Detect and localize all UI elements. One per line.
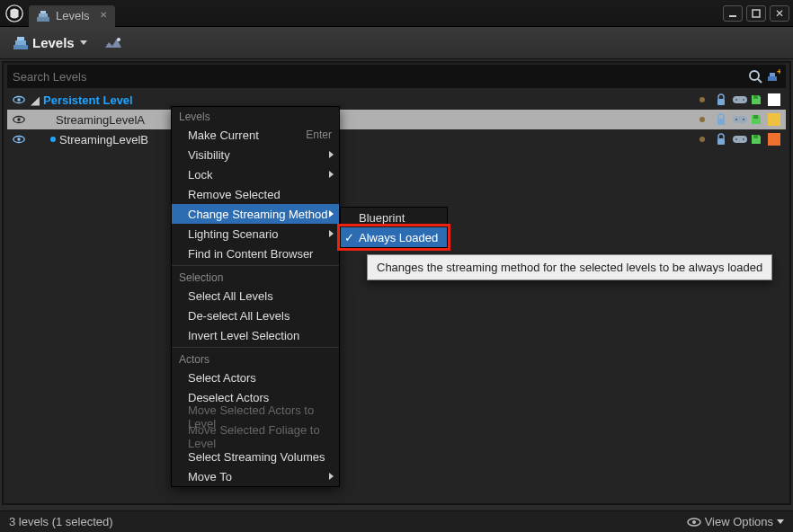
menu-item-deselect-all-levels[interactable]: De-select All Levels (172, 306, 339, 325)
menu-item-lighting-scenario[interactable]: Lighting Scenario (172, 224, 339, 244)
eye-icon (687, 517, 701, 528)
svg-point-10 (750, 71, 759, 80)
submenu-arrow-icon (329, 210, 334, 217)
visibility-icon[interactable] (13, 133, 25, 146)
visibility-icon[interactable] (13, 93, 25, 106)
svg-rect-6 (13, 45, 28, 49)
level-tree: ◢ Persistent Level StreamingLevelA (7, 90, 786, 149)
menu-item-move-foliage: Move Selected Foliage to Level (172, 427, 339, 447)
menu-item-move-to[interactable]: Move To (172, 466, 339, 486)
submenu-arrow-icon (329, 230, 334, 237)
svg-point-27 (743, 119, 744, 120)
levels-tab-icon (36, 9, 50, 23)
save-icon[interactable] (750, 133, 764, 146)
status-text: 3 levels (1 selected) (9, 515, 113, 528)
minimize-button[interactable] (723, 5, 743, 22)
view-options-button[interactable]: View Options (687, 515, 784, 528)
svg-rect-21 (753, 95, 758, 99)
svg-text:+: + (777, 69, 780, 76)
search-row: + (7, 65, 786, 88)
menu-item-visibility[interactable]: Visibility (172, 145, 339, 164)
svg-rect-12 (768, 76, 777, 81)
menu-item-select-all-levels[interactable]: Select All Levels (172, 286, 339, 306)
search-input[interactable] (13, 70, 164, 84)
svg-rect-25 (733, 116, 747, 123)
menu-item-find-in-content-browser[interactable]: Find in Content Browser (172, 244, 339, 263)
menu-group-levels: Levels (172, 107, 339, 125)
svg-point-19 (735, 99, 737, 101)
levels-icon (13, 35, 29, 51)
level-color-chip[interactable] (768, 133, 780, 146)
levels-panel: + ◢ Persistent Level StreamingLevelA (2, 61, 791, 505)
svg-rect-31 (717, 138, 725, 145)
menu-item-select-streaming-volumes[interactable]: Select Streaming Volumes (172, 447, 339, 466)
submenu-arrow-icon (329, 171, 334, 178)
levels-dropdown-label: Levels (32, 35, 75, 50)
menu-item-select-actors[interactable]: Select Actors (172, 368, 339, 387)
level-row[interactable]: StreamingLevelA (7, 110, 786, 129)
context-menu: Levels Make CurrentEnter Visibility Lock… (171, 106, 340, 487)
submenu-arrow-icon (329, 151, 334, 158)
level-label: Persistent Level (43, 93, 133, 107)
close-button[interactable]: ✕ (770, 5, 789, 22)
svg-point-16 (17, 98, 21, 102)
menu-item-invert-selection[interactable]: Invert Level Selection (172, 325, 339, 345)
add-level-icon[interactable]: + (766, 69, 780, 84)
menu-item-make-current[interactable]: Make CurrentEnter (172, 125, 339, 145)
window-controls: ✕ (723, 5, 789, 22)
level-color-chip[interactable] (768, 113, 780, 126)
svg-point-23 (17, 118, 21, 121)
svg-rect-7 (15, 40, 26, 45)
svg-rect-8 (17, 37, 24, 40)
svg-rect-4 (729, 15, 736, 17)
level-row-persistent[interactable]: ◢ Persistent Level (7, 90, 786, 110)
svg-point-20 (743, 99, 744, 101)
title-bar: Levels ✕ ✕ (0, 0, 793, 27)
svg-rect-13 (770, 73, 775, 76)
dirty-indicator-icon (699, 137, 705, 142)
svg-rect-18 (733, 96, 747, 103)
gamepad-icon[interactable] (732, 93, 746, 106)
svg-point-30 (17, 137, 21, 141)
svg-rect-17 (717, 99, 725, 105)
maximize-button[interactable] (746, 5, 766, 22)
view-options-label: View Options (705, 515, 773, 528)
visibility-icon[interactable] (13, 113, 25, 126)
expand-icon[interactable]: ◢ (31, 93, 40, 107)
svg-rect-28 (753, 115, 758, 119)
window-tab-levels[interactable]: Levels ✕ (29, 5, 115, 27)
lock-icon[interactable] (714, 133, 728, 146)
gamepad-icon[interactable] (732, 113, 746, 126)
streaming-dot-icon (50, 137, 56, 142)
level-row[interactable]: StreamingLevelB (7, 129, 786, 149)
save-icon[interactable] (750, 113, 764, 126)
menu-item-remove-selected[interactable]: Remove Selected (172, 184, 339, 204)
level-color-chip[interactable] (768, 93, 780, 106)
level-details-button[interactable] (98, 31, 129, 55)
save-icon[interactable] (750, 93, 764, 106)
menu-group-actors: Actors (172, 350, 339, 368)
svg-rect-2 (39, 13, 48, 17)
gamepad-icon[interactable] (732, 133, 746, 146)
submenu-item-always-loaded[interactable]: ✓Always Loaded (341, 227, 447, 247)
svg-point-33 (735, 138, 737, 140)
close-tab-icon[interactable]: ✕ (97, 9, 110, 22)
dirty-indicator-icon (699, 97, 705, 102)
lock-icon[interactable] (714, 93, 728, 106)
svg-point-9 (117, 38, 120, 41)
status-bar: 3 levels (1 selected) View Options (0, 510, 793, 532)
level-label: StreamingLevelA (56, 113, 145, 127)
search-icon[interactable] (748, 69, 762, 84)
submenu-item-blueprint[interactable]: Blueprint (341, 208, 447, 227)
svg-rect-3 (40, 11, 46, 13)
menu-item-lock[interactable]: Lock (172, 164, 339, 184)
svg-rect-1 (37, 17, 49, 22)
levels-dropdown-button[interactable]: Levels (7, 31, 93, 55)
lock-icon[interactable] (714, 113, 728, 126)
svg-line-11 (758, 79, 762, 83)
menu-item-change-streaming[interactable]: Change Streaming Method (172, 204, 339, 224)
menu-group-selection: Selection (172, 268, 339, 286)
svg-rect-32 (733, 136, 747, 143)
svg-rect-35 (753, 135, 758, 138)
svg-point-37 (692, 520, 696, 524)
